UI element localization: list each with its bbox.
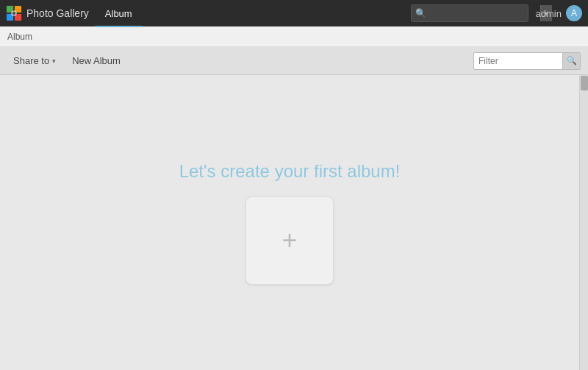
search-bar: 🔍 ▾ xyxy=(411,4,528,22)
filter-area: 🔍 xyxy=(473,52,581,70)
nav-tab-album[interactable]: Album xyxy=(95,1,143,27)
breadcrumb-path: Album xyxy=(7,32,32,42)
scrollbar-track[interactable] xyxy=(579,75,588,370)
plus-icon: + xyxy=(282,227,297,254)
content-wrapper: Let's create your first album! + xyxy=(0,75,588,370)
empty-state-title: Let's create your first album! xyxy=(179,161,401,182)
breadcrumb: Album xyxy=(0,26,588,47)
main-content: Let's create your first album! + xyxy=(0,75,579,370)
app-logo-icon xyxy=(6,5,22,21)
top-nav: Photo Gallery Album 🔍 ▾ admin A xyxy=(0,0,588,26)
share-to-label: Share to xyxy=(13,55,49,66)
filter-search-icon: 🔍 xyxy=(567,56,577,65)
filter-input[interactable] xyxy=(474,56,562,66)
create-album-button[interactable]: + xyxy=(245,196,334,285)
avatar[interactable]: A xyxy=(566,5,582,21)
new-album-label: New Album xyxy=(72,55,121,66)
app-title: Photo Gallery xyxy=(26,7,89,19)
toolbar: Share to ▾ New Album 🔍 xyxy=(0,47,588,75)
search-icon: 🔍 xyxy=(412,8,430,18)
user-name: admin xyxy=(536,8,562,19)
app-logo: Photo Gallery xyxy=(6,5,89,21)
search-input[interactable] xyxy=(430,8,540,18)
avatar-initials: A xyxy=(571,8,577,18)
share-arrow-icon: ▾ xyxy=(52,57,56,65)
user-area: admin A xyxy=(536,5,582,21)
filter-search-button[interactable]: 🔍 xyxy=(562,53,580,69)
new-album-button[interactable]: New Album xyxy=(66,52,126,69)
share-to-button[interactable]: Share to ▾ xyxy=(7,52,62,69)
scrollbar-thumb[interactable] xyxy=(581,76,588,90)
